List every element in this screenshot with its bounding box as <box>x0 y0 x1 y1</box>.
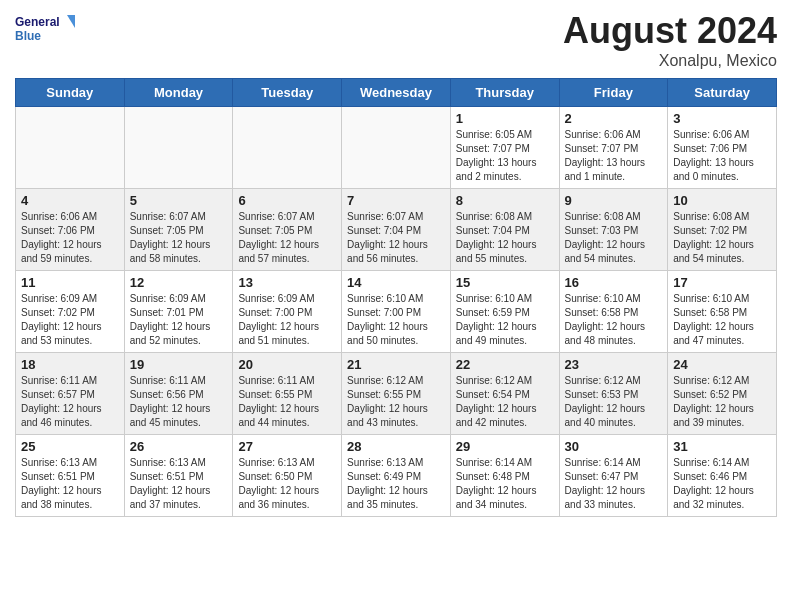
day-info: Sunrise: 6:08 AM Sunset: 7:03 PM Dayligh… <box>565 210 663 266</box>
day-info: Sunrise: 6:10 AM Sunset: 6:59 PM Dayligh… <box>456 292 554 348</box>
calendar-cell: 22Sunrise: 6:12 AM Sunset: 6:54 PM Dayli… <box>450 353 559 435</box>
calendar-cell: 7Sunrise: 6:07 AM Sunset: 7:04 PM Daylig… <box>342 189 451 271</box>
day-info: Sunrise: 6:13 AM Sunset: 6:51 PM Dayligh… <box>21 456 119 512</box>
day-number: 7 <box>347 193 445 208</box>
calendar-cell <box>233 107 342 189</box>
day-info: Sunrise: 6:14 AM Sunset: 6:47 PM Dayligh… <box>565 456 663 512</box>
calendar-cell <box>16 107 125 189</box>
day-info: Sunrise: 6:08 AM Sunset: 7:04 PM Dayligh… <box>456 210 554 266</box>
weekday-header-wednesday: Wednesday <box>342 79 451 107</box>
calendar-cell: 18Sunrise: 6:11 AM Sunset: 6:57 PM Dayli… <box>16 353 125 435</box>
svg-marker-2 <box>67 15 75 28</box>
calendar-cell: 23Sunrise: 6:12 AM Sunset: 6:53 PM Dayli… <box>559 353 668 435</box>
day-info: Sunrise: 6:12 AM Sunset: 6:54 PM Dayligh… <box>456 374 554 430</box>
calendar-cell: 2Sunrise: 6:06 AM Sunset: 7:07 PM Daylig… <box>559 107 668 189</box>
calendar-cell: 15Sunrise: 6:10 AM Sunset: 6:59 PM Dayli… <box>450 271 559 353</box>
day-info: Sunrise: 6:10 AM Sunset: 7:00 PM Dayligh… <box>347 292 445 348</box>
calendar-cell: 6Sunrise: 6:07 AM Sunset: 7:05 PM Daylig… <box>233 189 342 271</box>
day-info: Sunrise: 6:13 AM Sunset: 6:50 PM Dayligh… <box>238 456 336 512</box>
calendar-cell: 4Sunrise: 6:06 AM Sunset: 7:06 PM Daylig… <box>16 189 125 271</box>
weekday-header-monday: Monday <box>124 79 233 107</box>
weekday-header-friday: Friday <box>559 79 668 107</box>
day-info: Sunrise: 6:07 AM Sunset: 7:05 PM Dayligh… <box>238 210 336 266</box>
day-info: Sunrise: 6:13 AM Sunset: 6:51 PM Dayligh… <box>130 456 228 512</box>
calendar-week-5: 25Sunrise: 6:13 AM Sunset: 6:51 PM Dayli… <box>16 435 777 517</box>
day-info: Sunrise: 6:07 AM Sunset: 7:05 PM Dayligh… <box>130 210 228 266</box>
weekday-header-tuesday: Tuesday <box>233 79 342 107</box>
day-number: 10 <box>673 193 771 208</box>
calendar-cell: 12Sunrise: 6:09 AM Sunset: 7:01 PM Dayli… <box>124 271 233 353</box>
day-number: 12 <box>130 275 228 290</box>
day-info: Sunrise: 6:10 AM Sunset: 6:58 PM Dayligh… <box>565 292 663 348</box>
calendar-cell: 16Sunrise: 6:10 AM Sunset: 6:58 PM Dayli… <box>559 271 668 353</box>
day-info: Sunrise: 6:12 AM Sunset: 6:52 PM Dayligh… <box>673 374 771 430</box>
logo-icon: General Blue <box>15 10 75 50</box>
calendar-cell: 30Sunrise: 6:14 AM Sunset: 6:47 PM Dayli… <box>559 435 668 517</box>
day-info: Sunrise: 6:06 AM Sunset: 7:06 PM Dayligh… <box>673 128 771 184</box>
day-number: 3 <box>673 111 771 126</box>
calendar-cell: 31Sunrise: 6:14 AM Sunset: 6:46 PM Dayli… <box>668 435 777 517</box>
day-number: 22 <box>456 357 554 372</box>
day-info: Sunrise: 6:11 AM Sunset: 6:57 PM Dayligh… <box>21 374 119 430</box>
page-subtitle: Xonalpu, Mexico <box>563 52 777 70</box>
day-info: Sunrise: 6:09 AM Sunset: 7:02 PM Dayligh… <box>21 292 119 348</box>
day-info: Sunrise: 6:14 AM Sunset: 6:46 PM Dayligh… <box>673 456 771 512</box>
svg-text:General: General <box>15 15 60 29</box>
calendar-cell: 21Sunrise: 6:12 AM Sunset: 6:55 PM Dayli… <box>342 353 451 435</box>
day-info: Sunrise: 6:11 AM Sunset: 6:55 PM Dayligh… <box>238 374 336 430</box>
svg-text:Blue: Blue <box>15 29 41 43</box>
day-info: Sunrise: 6:06 AM Sunset: 7:07 PM Dayligh… <box>565 128 663 184</box>
day-info: Sunrise: 6:11 AM Sunset: 6:56 PM Dayligh… <box>130 374 228 430</box>
day-info: Sunrise: 6:08 AM Sunset: 7:02 PM Dayligh… <box>673 210 771 266</box>
day-info: Sunrise: 6:05 AM Sunset: 7:07 PM Dayligh… <box>456 128 554 184</box>
day-number: 13 <box>238 275 336 290</box>
day-info: Sunrise: 6:07 AM Sunset: 7:04 PM Dayligh… <box>347 210 445 266</box>
calendar-cell <box>342 107 451 189</box>
day-number: 9 <box>565 193 663 208</box>
calendar-cell <box>124 107 233 189</box>
day-info: Sunrise: 6:09 AM Sunset: 7:01 PM Dayligh… <box>130 292 228 348</box>
page-title: August 2024 <box>563 10 777 52</box>
calendar-table: SundayMondayTuesdayWednesdayThursdayFrid… <box>15 78 777 517</box>
calendar-cell: 20Sunrise: 6:11 AM Sunset: 6:55 PM Dayli… <box>233 353 342 435</box>
day-number: 19 <box>130 357 228 372</box>
day-info: Sunrise: 6:14 AM Sunset: 6:48 PM Dayligh… <box>456 456 554 512</box>
weekday-header-row: SundayMondayTuesdayWednesdayThursdayFrid… <box>16 79 777 107</box>
day-number: 29 <box>456 439 554 454</box>
calendar-cell: 13Sunrise: 6:09 AM Sunset: 7:00 PM Dayli… <box>233 271 342 353</box>
day-number: 20 <box>238 357 336 372</box>
day-number: 17 <box>673 275 771 290</box>
calendar-week-4: 18Sunrise: 6:11 AM Sunset: 6:57 PM Dayli… <box>16 353 777 435</box>
calendar-week-3: 11Sunrise: 6:09 AM Sunset: 7:02 PM Dayli… <box>16 271 777 353</box>
page-header: General Blue August 2024 Xonalpu, Mexico <box>15 10 777 70</box>
calendar-cell: 28Sunrise: 6:13 AM Sunset: 6:49 PM Dayli… <box>342 435 451 517</box>
day-number: 31 <box>673 439 771 454</box>
calendar-cell: 27Sunrise: 6:13 AM Sunset: 6:50 PM Dayli… <box>233 435 342 517</box>
calendar-cell: 19Sunrise: 6:11 AM Sunset: 6:56 PM Dayli… <box>124 353 233 435</box>
calendar-cell: 11Sunrise: 6:09 AM Sunset: 7:02 PM Dayli… <box>16 271 125 353</box>
day-number: 25 <box>21 439 119 454</box>
day-number: 18 <box>21 357 119 372</box>
weekday-header-saturday: Saturday <box>668 79 777 107</box>
calendar-cell: 26Sunrise: 6:13 AM Sunset: 6:51 PM Dayli… <box>124 435 233 517</box>
day-number: 6 <box>238 193 336 208</box>
weekday-header-thursday: Thursday <box>450 79 559 107</box>
calendar-cell: 3Sunrise: 6:06 AM Sunset: 7:06 PM Daylig… <box>668 107 777 189</box>
day-number: 30 <box>565 439 663 454</box>
day-number: 1 <box>456 111 554 126</box>
day-number: 5 <box>130 193 228 208</box>
calendar-cell: 29Sunrise: 6:14 AM Sunset: 6:48 PM Dayli… <box>450 435 559 517</box>
title-block: August 2024 Xonalpu, Mexico <box>563 10 777 70</box>
calendar-week-1: 1Sunrise: 6:05 AM Sunset: 7:07 PM Daylig… <box>16 107 777 189</box>
calendar-cell: 17Sunrise: 6:10 AM Sunset: 6:58 PM Dayli… <box>668 271 777 353</box>
day-number: 28 <box>347 439 445 454</box>
calendar-cell: 10Sunrise: 6:08 AM Sunset: 7:02 PM Dayli… <box>668 189 777 271</box>
day-info: Sunrise: 6:10 AM Sunset: 6:58 PM Dayligh… <box>673 292 771 348</box>
day-number: 27 <box>238 439 336 454</box>
day-number: 14 <box>347 275 445 290</box>
day-info: Sunrise: 6:09 AM Sunset: 7:00 PM Dayligh… <box>238 292 336 348</box>
day-number: 26 <box>130 439 228 454</box>
day-info: Sunrise: 6:12 AM Sunset: 6:53 PM Dayligh… <box>565 374 663 430</box>
day-info: Sunrise: 6:06 AM Sunset: 7:06 PM Dayligh… <box>21 210 119 266</box>
logo: General Blue <box>15 10 75 50</box>
